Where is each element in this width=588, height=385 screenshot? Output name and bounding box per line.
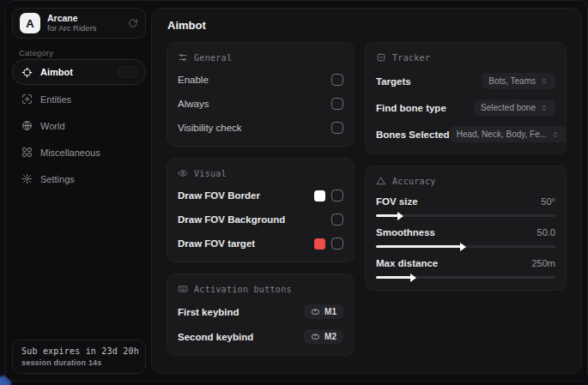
panel-header: Activation buttons bbox=[178, 284, 343, 294]
sidebar-item-label: Miscellaneous bbox=[40, 147, 100, 158]
sidebar-item-label: Entities bbox=[40, 94, 71, 105]
slider-fill bbox=[376, 245, 462, 248]
brand-card: A Arcane for Arc Riders bbox=[12, 8, 146, 39]
focus-icon bbox=[376, 52, 386, 63]
slider-value: 50° bbox=[541, 196, 555, 207]
checkbox-enable[interactable] bbox=[331, 74, 343, 86]
sidebar-item-label: Settings bbox=[40, 174, 75, 184]
page-title: Aimbot bbox=[167, 19, 567, 32]
panel-header: Accuracy bbox=[376, 176, 555, 186]
row-always: Always bbox=[178, 97, 343, 111]
slider-fill bbox=[376, 214, 399, 217]
row-controls bbox=[331, 214, 343, 226]
slider-fill bbox=[376, 276, 412, 279]
select-value: Selected bone bbox=[481, 103, 536, 112]
panel-header: Visual bbox=[178, 168, 343, 178]
select-bones-selected[interactable]: Head, Neck, Body, Fe... bbox=[450, 126, 567, 142]
row-targets: TargetsBots, Teams bbox=[376, 73, 555, 89]
entities-icon bbox=[21, 93, 33, 105]
panel-title: Accuracy bbox=[392, 177, 436, 186]
nav-hint-badge bbox=[118, 66, 136, 78]
panel-title: Tracker bbox=[392, 53, 430, 63]
row-label: Second keybind bbox=[178, 332, 253, 342]
crosshair-icon bbox=[21, 67, 33, 78]
slider-header: Smoothness50.0 bbox=[376, 227, 555, 238]
slider-header: Max distance250m bbox=[376, 258, 555, 268]
brand-text: Arcane for Arc Riders bbox=[47, 14, 97, 33]
slider-thumb[interactable] bbox=[460, 243, 466, 251]
session-duration-text: session duration 14s bbox=[21, 358, 136, 367]
checkbox-draw-fov-target[interactable] bbox=[331, 238, 343, 250]
slider-row-max-distance: Max distance250m bbox=[376, 258, 555, 279]
panel-tracker: TrackerTargetsBots, TeamsFind bone typeS… bbox=[365, 42, 567, 154]
chevrons-updown-icon bbox=[540, 77, 549, 86]
row-label: Bones Selected bbox=[376, 129, 450, 140]
sidebar-item-label: Aimbot bbox=[40, 67, 73, 77]
row-label: Targets bbox=[376, 76, 411, 87]
row-controls bbox=[331, 122, 343, 134]
row-label: Enable bbox=[178, 75, 209, 85]
row-second-keybind: Second keybindM2 bbox=[178, 329, 343, 344]
color-swatch-draw-fov-target[interactable] bbox=[314, 238, 325, 250]
panel-visual: VisualDraw FOV BorderDraw FOV Background… bbox=[167, 158, 355, 262]
panel-title: Visual bbox=[194, 169, 227, 178]
grid-icon bbox=[21, 147, 33, 158]
checkbox-visibility-check[interactable] bbox=[331, 122, 343, 134]
slider-thumb[interactable] bbox=[410, 274, 416, 282]
row-controls bbox=[314, 238, 343, 250]
slider-track-smoothness[interactable] bbox=[376, 245, 555, 248]
slider-value: 250m bbox=[531, 258, 555, 268]
slider-row-fov-size: FOV size50° bbox=[376, 196, 555, 217]
sidebar-item-aimbot[interactable]: Aimbot bbox=[12, 59, 146, 85]
slider-label: Max distance bbox=[376, 258, 438, 268]
panel-accuracy: AccuracyFOV size50°Smoothness50.0Max dis… bbox=[365, 165, 567, 291]
keybind-value: M2 bbox=[324, 332, 336, 341]
panel-title: General bbox=[194, 53, 232, 63]
subscription-card: Sub expires in 23d 20h session duration … bbox=[12, 340, 146, 374]
select-targets[interactable]: Bots, Teams bbox=[482, 73, 555, 89]
row-label: Visibility check bbox=[178, 123, 242, 133]
row-enable: Enable bbox=[178, 73, 343, 87]
sidebar-item-entities[interactable]: Entities bbox=[12, 87, 146, 111]
chevrons-updown-icon bbox=[540, 104, 549, 112]
row-label: Always bbox=[178, 99, 209, 109]
right-column: TrackerTargetsBots, TeamsFind bone typeS… bbox=[365, 42, 567, 291]
slider-value: 50.0 bbox=[537, 227, 555, 238]
sub-expiry-text: Sub expires in 23d 20h bbox=[21, 346, 136, 356]
keybind-button-first-keybind[interactable]: M1 bbox=[304, 304, 343, 319]
app-subtitle: for Arc Riders bbox=[47, 24, 97, 33]
checkbox-draw-fov-background[interactable] bbox=[331, 214, 343, 226]
app-name: Arcane bbox=[47, 14, 97, 24]
slider-thumb[interactable] bbox=[397, 212, 403, 220]
select-value: Bots, Teams bbox=[488, 76, 536, 86]
sidebar-item-miscellaneous[interactable]: Miscellaneous bbox=[12, 140, 146, 165]
row-controls bbox=[331, 98, 343, 110]
color-swatch-draw-fov-border[interactable] bbox=[314, 190, 325, 202]
keybind-value: M1 bbox=[324, 307, 336, 316]
slider-label: Smoothness bbox=[376, 227, 435, 238]
checkbox-always[interactable] bbox=[331, 98, 343, 110]
row-first-keybind: First keybindM1 bbox=[178, 304, 343, 319]
slider-track-max-distance[interactable] bbox=[376, 276, 555, 279]
gear-icon bbox=[21, 173, 33, 184]
panel-activation-buttons: Activation buttonsFirst keybindM1Second … bbox=[167, 274, 355, 356]
mouse-icon bbox=[311, 332, 320, 341]
category-label: Category bbox=[19, 48, 53, 57]
slider-track-fov-size[interactable] bbox=[376, 214, 555, 217]
sidebar-item-world[interactable]: World bbox=[12, 113, 146, 138]
app-window: A Arcane for Arc Riders Category AimbotE… bbox=[4, 0, 588, 382]
panel-header: General bbox=[178, 52, 343, 63]
select-find-bone-type[interactable]: Selected bone bbox=[474, 99, 555, 116]
sidebar-item-settings[interactable]: Settings bbox=[12, 166, 146, 191]
row-find-bone-type: Find bone typeSelected bone bbox=[376, 99, 555, 116]
row-bones-selected: Bones SelectedHead, Neck, Body, Fe... bbox=[376, 126, 555, 142]
row-label: Draw FOV Border bbox=[178, 190, 260, 201]
keyboard-icon bbox=[178, 284, 188, 294]
refresh-icon[interactable] bbox=[128, 18, 138, 28]
triangle-icon bbox=[376, 176, 386, 186]
row-draw-fov-target: Draw FOV target bbox=[178, 237, 343, 250]
checkbox-draw-fov-border[interactable] bbox=[331, 189, 343, 202]
panel-header: Tracker bbox=[376, 52, 555, 63]
sliders-icon bbox=[178, 52, 188, 63]
keybind-button-second-keybind[interactable]: M2 bbox=[304, 329, 343, 344]
